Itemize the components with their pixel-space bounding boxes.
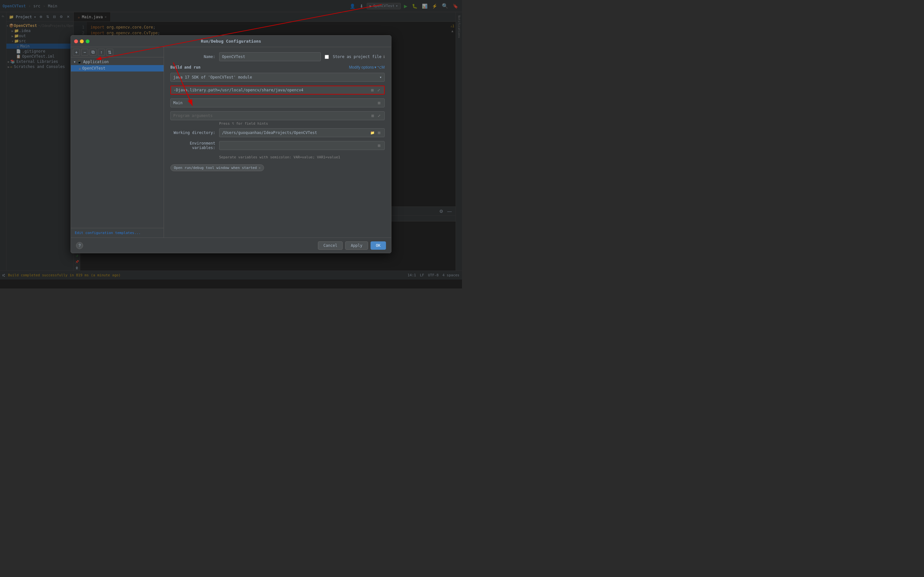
config-item-label: OpenCVTest [82,66,105,71]
open-tool-window-label: Open run/debug tool window when started [174,166,257,170]
config-list-toolbar: + − ⧉ ↑ ⇅ [71,47,164,57]
config-list-panel: + − ⧉ ↑ ⇅ ▾ 📱 Application ☕ OpenCVTest [71,47,164,237]
apply-btn[interactable]: Apply [345,242,368,250]
edit-templates-link[interactable]: Edit configuration templates... [71,228,164,237]
move-config-up-btn[interactable]: ↑ [98,49,105,56]
name-row: Name: Store as project file ℹ [170,52,384,61]
config-group-arrow: ▾ [73,60,76,64]
modify-options-label: Modify options [349,65,374,69]
dialog-max-btn[interactable] [86,39,89,43]
field-hints: Press ⌥ for field hints [219,121,384,126]
modify-options-btn[interactable]: Modify options ▾ ⌥M [349,65,384,69]
env-vars-copy-btn[interactable]: ⊞ [376,143,382,148]
section-build-run: Build and run Modify options ▾ ⌥M [170,65,384,69]
modify-options-chevron: ▾ [375,65,376,69]
config-item-icon: ☕ [79,66,81,71]
main-class-row: Main ⊞ [170,98,384,107]
main-class-copy-btn[interactable]: ⊞ [376,100,382,106]
name-input[interactable] [219,52,321,61]
jdk-value: java 17 SDK of 'OpenCVTest' module [173,75,252,79]
dialog-window-controls [74,39,89,43]
add-config-btn[interactable]: + [73,49,80,56]
dialog-title: Run/Debug Configurations [201,39,261,44]
vm-options-icons: ⊞ ⤢ [369,87,381,93]
store-as-project-checkbox[interactable] [325,55,329,59]
working-dir-browse-btn[interactable]: 📁 [370,130,375,135]
vm-options-input[interactable]: -Djava.library.path=/usr/local/opencv/sh… [170,85,384,95]
dialog-footer: ? Cancel Apply OK [71,237,391,253]
sort-config-btn[interactable]: ⇅ [106,49,113,56]
program-args-input[interactable]: Program arguments ⊞ ⤢ [170,111,384,120]
ok-btn[interactable]: OK [371,242,386,250]
dialog-title-bar: Run/Debug Configurations [71,35,391,47]
vm-options-copy-btn[interactable]: ⊞ [369,87,375,93]
store-info-icon: ℹ [383,55,384,59]
working-dir-icons: 📁 ⊞ [370,130,382,135]
vm-options-text: -Djava.library.path=/usr/local/opencv/sh… [174,88,368,92]
store-as-project-label: Store as project file [333,55,381,59]
env-vars-label: Environment variables: [170,141,215,150]
store-as-project-container: Store as project file ℹ [325,55,384,59]
working-dir-label: Working directory: [170,131,215,135]
dialog-body: + − ⧉ ↑ ⇅ ▾ 📱 Application ☕ OpenCVTest [71,47,391,237]
open-tool-window-chip: Open run/debug tool window when started … [170,164,264,171]
program-args-icons: ⊞ ⤢ [370,113,382,119]
help-btn[interactable]: ? [76,242,83,249]
cancel-btn[interactable]: Cancel [318,242,342,250]
jdk-dropdown[interactable]: java 17 SDK of 'OpenCVTest' module ▾ [170,73,384,82]
config-group-application[interactable]: ▾ 📱 Application [71,59,164,65]
env-vars-row: Environment variables: ⊞ [170,141,384,150]
dialog-overlay: Run/Debug Configurations + − ⧉ ↑ ⇅ ▾ 📱 A… [0,0,462,288]
open-tool-window-remove[interactable]: ✕ [258,166,260,169]
vm-options-row: -Djava.library.path=/usr/local/opencv/sh… [170,85,384,95]
main-class-input[interactable]: Main ⊞ [170,98,384,107]
open-tool-window-row: Open run/debug tool window when started … [170,164,384,171]
working-dir-copy-btn[interactable]: ⊞ [376,130,382,135]
env-vars-input[interactable]: ⊞ [219,141,384,150]
main-class-text: Main [173,101,183,105]
dialog-min-btn[interactable] [80,39,84,43]
name-label: Name: [170,55,215,59]
env-vars-hint: Separate variables with semicolon: VAR=v… [219,155,384,159]
jdk-dropdown-chevron: ▾ [380,75,382,79]
program-args-row: Program arguments ⊞ ⤢ [170,111,384,120]
section-build-run-label: Build and run [170,65,200,69]
working-dir-value: /Users/guoquanhao/IdeaProjects/OpenCVTes… [222,131,317,135]
prog-args-expand-btn[interactable]: ⤢ [376,113,382,119]
config-tree: ▾ 📱 Application ☕ OpenCVTest [71,57,164,228]
config-group-label: Application [83,60,108,64]
working-dir-row: Working directory: /Users/guoquanhao/Ide… [170,128,384,137]
program-args-placeholder: Program arguments [173,113,213,118]
run-debug-dialog: Run/Debug Configurations + − ⧉ ↑ ⇅ ▾ 📱 A… [71,35,391,253]
dialog-close-btn[interactable] [74,39,78,43]
config-detail-panel: Name: Store as project file ℹ Build and … [164,47,391,237]
config-group-icon: 📱 [77,60,82,64]
prog-args-copy-btn[interactable]: ⊞ [370,113,375,119]
modify-options-shortcut: ⌥M [377,65,384,69]
remove-config-btn[interactable]: − [81,49,88,56]
main-class-icons: ⊞ [376,100,382,106]
copy-config-btn[interactable]: ⧉ [89,49,97,56]
env-vars-icons: ⊞ [376,143,382,148]
working-dir-input[interactable]: /Users/guoquanhao/IdeaProjects/OpenCVTes… [219,128,384,137]
jdk-row: java 17 SDK of 'OpenCVTest' module ▾ [170,73,384,82]
vm-options-expand-btn[interactable]: ⤢ [376,87,381,93]
config-item-opencvtest[interactable]: ☕ OpenCVTest [71,65,164,71]
